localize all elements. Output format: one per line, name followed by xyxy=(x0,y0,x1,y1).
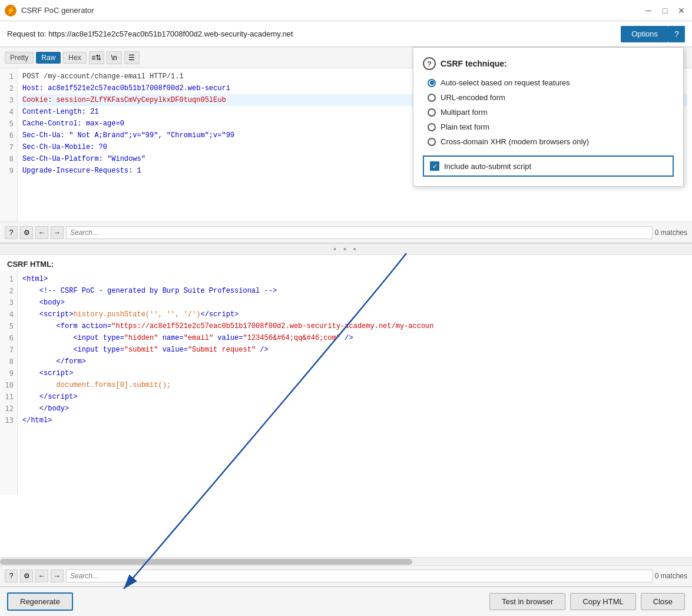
top-search-input[interactable] xyxy=(66,226,653,239)
csrf-code-content: <html> <!-- CSRF PoC - generated by Burp… xyxy=(18,271,692,495)
header-buttons: Options ? xyxy=(621,26,685,42)
radio-circle-url xyxy=(428,94,436,102)
csrf-line-12: </body> xyxy=(22,403,687,415)
hex-tab[interactable]: Hex xyxy=(63,52,86,64)
csrf-section-label: CSRF HTML: xyxy=(0,255,692,271)
csrf-line-10: document.forms[0].submit(); xyxy=(22,379,687,391)
bottom-matches: 0 matches xyxy=(655,572,687,580)
options-panel: ? CSRF technique: Auto-select based on r… xyxy=(413,47,684,187)
help-icon-bottom[interactable]: ? xyxy=(5,569,18,582)
test-in-browser-button[interactable]: Test in browser xyxy=(489,593,565,610)
auto-submit-checkbox[interactable]: ✓ xyxy=(430,161,439,171)
bottom-actions: Regenerate Test in browser Copy HTML Clo… xyxy=(0,587,692,616)
request-url: Request to: https://ac8e1f521e2c57eac0b5… xyxy=(7,29,293,38)
radio-label-plain: Plain text form xyxy=(441,122,489,131)
csrf-line-13: </html> xyxy=(22,415,687,426)
title-bar: ⚡ CSRF PoC generator ─ □ ✕ xyxy=(0,0,692,21)
window-title: CSRF PoC generator xyxy=(21,6,643,15)
options-title: ? CSRF technique: xyxy=(423,57,674,70)
radio-label-cross: Cross-domain XHR (modern browsers only) xyxy=(441,137,589,146)
csrf-line-5: <form action="https://ac8e1f521e2c57eac0… xyxy=(22,320,687,332)
csrf-line-2: <!-- CSRF PoC - generated by Burp Suite … xyxy=(22,285,687,297)
csrf-code-area: 12345 678910 111213 <html> <!-- CSRF PoC… xyxy=(0,271,692,495)
window-controls: ─ □ ✕ xyxy=(643,5,687,16)
pretty-tab[interactable]: Pretty xyxy=(5,52,34,64)
radio-multipart[interactable]: Multipart form xyxy=(428,108,674,117)
top-search-bar: ? ⚙ ← → 0 matches xyxy=(0,221,692,243)
close-window-button[interactable]: ✕ xyxy=(676,5,687,16)
csrf-line-9: <script> xyxy=(22,367,687,379)
radio-circle-plain xyxy=(428,123,436,131)
radio-plain-text[interactable]: Plain text form xyxy=(428,122,674,131)
bottom-search-bar: ? ⚙ ← → 0 matches xyxy=(0,565,692,587)
auto-submit-label: Include auto-submit script xyxy=(444,162,531,171)
csrf-line-7: <input type="submit" value="Submit reque… xyxy=(22,344,687,356)
bottom-search-input[interactable] xyxy=(66,569,653,582)
format-icon-btn[interactable]: ≡⇅ xyxy=(89,51,104,64)
line-numbers: 12345 6789 xyxy=(0,68,18,221)
header-help-button[interactable]: ? xyxy=(668,26,685,42)
close-button[interactable]: Close xyxy=(641,593,685,610)
divider-dots: • • • xyxy=(333,244,358,254)
csrf-technique-radio-group: Auto-select based on request features UR… xyxy=(428,78,674,146)
prev-match-top[interactable]: ← xyxy=(35,226,48,239)
radio-cross-domain[interactable]: Cross-domain XHR (modern browsers only) xyxy=(428,137,674,146)
prev-match-bottom[interactable]: ← xyxy=(35,569,48,582)
options-help-icon: ? xyxy=(423,57,436,70)
settings-icon-bottom[interactable]: ⚙ xyxy=(20,569,33,582)
help-icon-top[interactable]: ? xyxy=(5,226,18,239)
csrf-line-3: <body> xyxy=(22,297,687,309)
csrf-line-1: <html> xyxy=(22,273,687,285)
options-title-text: CSRF technique: xyxy=(441,59,507,68)
options-button[interactable]: Options xyxy=(621,26,668,42)
next-match-bottom[interactable]: → xyxy=(51,569,64,582)
auto-submit-checkbox-section[interactable]: ✓ Include auto-submit script xyxy=(423,155,674,177)
scrollbar-thumb[interactable] xyxy=(0,559,412,565)
next-match-top[interactable]: → xyxy=(51,226,64,239)
request-bar: Request to: https://ac8e1f521e2c57eac0b5… xyxy=(0,21,692,47)
horizontal-scrollbar[interactable] xyxy=(0,557,692,565)
radio-circle-cross xyxy=(428,138,436,146)
radio-circle-auto xyxy=(428,79,436,87)
app-icon: ⚡ xyxy=(5,5,16,16)
csrf-line-6: <input type="hidden" name="email" value=… xyxy=(22,332,687,344)
radio-label-url: URL-encoded form xyxy=(441,93,505,102)
top-matches: 0 matches xyxy=(655,228,687,237)
menu-icon-btn[interactable]: ☰ xyxy=(124,51,140,64)
csrf-section: CSRF HTML: 12345 678910 111213 <html> <!… xyxy=(0,255,692,557)
radio-url-encoded[interactable]: URL-encoded form xyxy=(428,93,674,102)
minimize-button[interactable]: ─ xyxy=(643,5,654,16)
raw-tab[interactable]: Raw xyxy=(36,52,61,64)
radio-label-auto: Auto-select based on request features xyxy=(441,78,570,87)
radio-label-multipart: Multipart form xyxy=(441,108,487,117)
copy-html-button[interactable]: Copy HTML xyxy=(570,593,635,610)
settings-icon-top[interactable]: ⚙ xyxy=(20,226,33,239)
radio-circle-multipart xyxy=(428,108,436,117)
divider: • • • xyxy=(0,243,692,255)
regenerate-button[interactable]: Regenerate xyxy=(7,592,73,611)
csrf-line-8: </form> xyxy=(22,356,687,367)
radio-auto-select[interactable]: Auto-select based on request features xyxy=(428,78,674,87)
csrf-line-4: <script>history.pushState('', '', '/')</… xyxy=(22,309,687,320)
newline-icon-btn[interactable]: \n xyxy=(107,51,122,64)
maximize-button[interactable]: □ xyxy=(659,5,671,16)
csrf-line-11: </script> xyxy=(22,391,687,403)
csrf-line-numbers: 12345 678910 111213 xyxy=(0,271,18,495)
